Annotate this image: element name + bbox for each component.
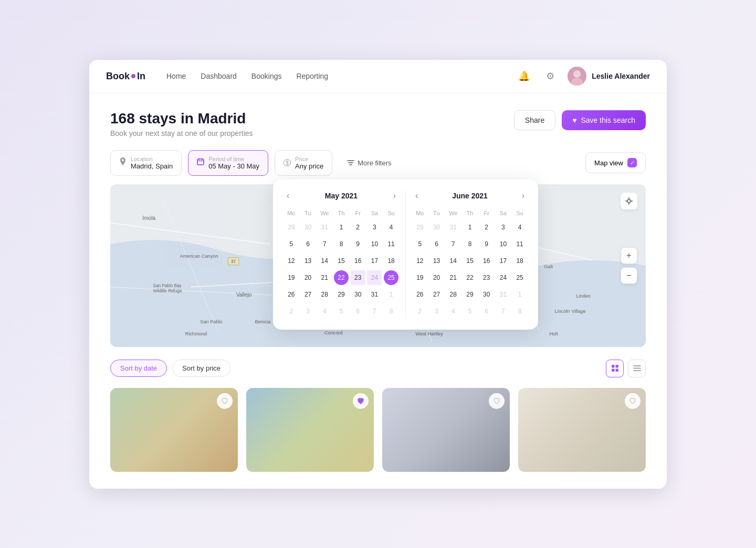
cal-day[interactable]: 2 [351,220,365,235]
cal-day[interactable]: 6 [351,304,365,319]
favorite-button[interactable] [489,393,505,409]
cal-day[interactable]: 14 [446,254,460,268]
cal-day[interactable]: 2 [413,304,427,319]
cal-day[interactable]: 12 [413,254,427,268]
cal-day[interactable]: 29 [284,220,299,235]
cal-day[interactable]: 13 [301,254,316,268]
cal-day[interactable]: 8 [463,237,477,251]
nav-bookings[interactable]: Bookings [251,72,282,80]
cal-day[interactable]: 15 [334,254,349,268]
cal-day[interactable]: 29 [334,287,349,302]
cal-day[interactable]: 20 [301,270,316,285]
cal-day[interactable]: 4 [384,220,398,235]
period-filter[interactable]: Period of time 05 May - 30 May [188,150,268,176]
cal-day[interactable]: 5 [413,237,427,251]
cal-day[interactable]: 17 [367,254,382,268]
cal-day[interactable]: 4 [317,304,332,319]
cal-day[interactable]: 4 [446,304,460,319]
map-view-button[interactable]: Map view ✓ [585,152,646,173]
list-view-button[interactable] [628,360,646,377]
cal-day[interactable]: 3 [301,304,316,319]
cal-day[interactable]: 6 [429,237,444,251]
cal-day[interactable]: 1 [384,287,398,302]
nav-home[interactable]: Home [166,72,186,80]
cal-day[interactable]: 1 [334,220,349,235]
cal-day-in-range[interactable]: 23 [351,270,365,285]
save-search-button[interactable]: ♥ Save this search [562,110,646,130]
location-filter[interactable]: Location Madrid, Spain [110,150,182,176]
cal-day[interactable]: 2 [479,220,494,235]
favorite-button[interactable] [217,393,233,409]
cal-day[interactable]: 19 [284,270,299,285]
listing-card[interactable] [246,388,374,472]
settings-button[interactable]: ⚙ [541,67,559,85]
cal-day[interactable]: 9 [351,237,365,251]
cal-may-next-button[interactable]: › [390,190,399,202]
cal-day[interactable]: 31 [496,287,510,302]
cal-day[interactable]: 7 [317,237,332,251]
cal-day[interactable]: 6 [301,237,316,251]
cal-day[interactable]: 15 [463,254,477,268]
map-zoom-out-button[interactable]: − [621,267,637,284]
cal-day[interactable]: 16 [479,254,494,268]
cal-day-selected-end[interactable]: 25 [384,270,398,285]
map-zoom-in-button[interactable]: + [621,247,637,264]
cal-day[interactable]: 18 [512,254,527,268]
cal-day[interactable]: 6 [479,304,494,319]
cal-day[interactable]: 1 [512,287,527,302]
cal-day[interactable]: 10 [367,237,382,251]
cal-day[interactable]: 1 [463,220,477,235]
notification-button[interactable]: 🔔 [515,67,533,85]
cal-day-in-range[interactable]: 24 [367,270,382,285]
cal-day[interactable]: 5 [334,304,349,319]
cal-day[interactable]: 28 [317,287,332,302]
cal-prev-button[interactable]: ‹ [284,190,292,202]
cal-day[interactable]: 27 [301,287,316,302]
cal-june-next-button[interactable]: › [519,190,528,202]
sort-by-price-button[interactable]: Sort by price [172,360,230,377]
cal-day[interactable]: 31 [367,287,382,302]
cal-day[interactable]: 7 [367,304,382,319]
cal-day[interactable]: 11 [384,237,398,251]
cal-day[interactable]: 4 [512,220,527,235]
cal-day[interactable]: 13 [429,254,444,268]
cal-day[interactable]: 25 [512,270,527,285]
nav-reporting[interactable]: Reporting [296,72,328,80]
cal-day[interactable]: 17 [496,254,510,268]
cal-day[interactable]: 3 [429,304,444,319]
cal-day[interactable]: 30 [479,287,494,302]
cal-day[interactable]: 23 [479,270,494,285]
cal-day[interactable]: 22 [463,270,477,285]
cal-day[interactable]: 31 [317,220,332,235]
listing-card[interactable] [518,388,646,472]
cal-day[interactable]: 2 [284,304,299,319]
cal-day[interactable]: 16 [351,254,365,268]
cal-day[interactable]: 21 [446,270,460,285]
cal-day[interactable]: 19 [413,270,427,285]
cal-day[interactable]: 26 [284,287,299,302]
cal-day[interactable]: 3 [367,220,382,235]
cal-day[interactable]: 9 [479,237,494,251]
listing-card[interactable] [110,388,238,472]
cal-day[interactable]: 28 [446,287,460,302]
cal-day[interactable]: 14 [317,254,332,268]
user-info[interactable]: Leslie Alexander [568,67,650,86]
cal-day[interactable]: 30 [351,287,365,302]
nav-dashboard[interactable]: Dashboard [201,72,237,80]
more-filters-button[interactable]: More filters [339,154,400,172]
listing-card[interactable] [382,388,510,472]
cal-day[interactable]: 27 [429,287,444,302]
cal-day[interactable]: 29 [413,220,427,235]
cal-day[interactable]: 31 [446,220,460,235]
cal-day[interactable]: 5 [284,237,299,251]
cal-day-selected-start[interactable]: 22 [334,270,349,285]
cal-day[interactable]: 10 [496,237,510,251]
cal-day[interactable]: 11 [512,237,527,251]
cal-day[interactable]: 12 [284,254,299,268]
cal-day[interactable]: 24 [496,270,510,285]
cal-day[interactable]: 18 [384,254,398,268]
cal-day[interactable]: 29 [463,287,477,302]
favorite-button[interactable] [625,393,640,409]
cal-day[interactable]: 21 [317,270,332,285]
cal-day[interactable]: 8 [384,304,398,319]
